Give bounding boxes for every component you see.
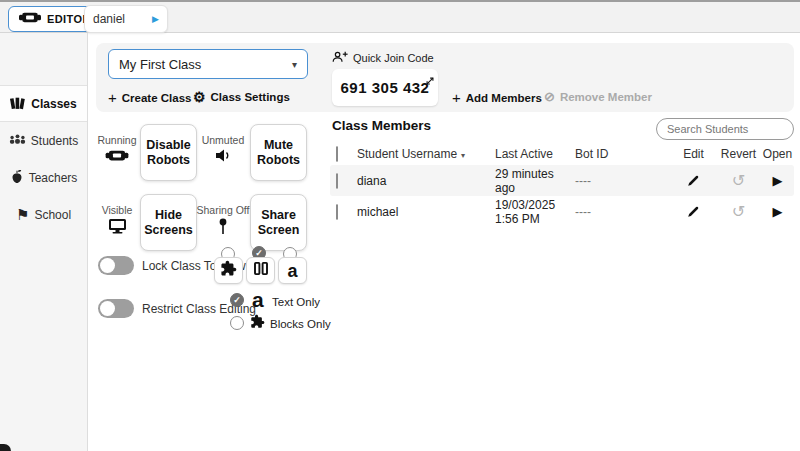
plus-icon: + bbox=[452, 89, 461, 106]
sidebar: Classes Students Teachers ⚑ School bbox=[0, 33, 88, 451]
cell-last-active: 19/03/2025 1:56 PM bbox=[495, 198, 575, 226]
class-select-value: My First Class bbox=[119, 57, 201, 72]
flag-icon: ⚑ bbox=[16, 207, 29, 222]
revert-icon[interactable]: ↺ bbox=[716, 204, 761, 220]
cell-username: diana bbox=[357, 174, 495, 188]
sidebar-item-label: School bbox=[34, 208, 71, 222]
sidebar-item-classes[interactable]: Classes bbox=[0, 85, 87, 122]
view-mode-blocks-button[interactable] bbox=[214, 257, 243, 284]
sidebar-item-label: Students bbox=[31, 134, 78, 148]
class-panel: My First Class ▾ + Create Class ⚙ Class … bbox=[96, 43, 794, 112]
select-all-checkbox[interactable] bbox=[336, 146, 338, 162]
open-play-icon[interactable]: ▶ bbox=[761, 174, 794, 187]
col-open: Open bbox=[761, 147, 794, 161]
remove-member-button[interactable]: ⊘ Remove Member bbox=[544, 89, 652, 104]
user-tab-label: daniel bbox=[93, 12, 125, 26]
gear-icon: ⚙ bbox=[193, 89, 206, 105]
row-checkbox[interactable] bbox=[336, 173, 338, 189]
monitor-icon bbox=[108, 218, 127, 238]
quick-join-code: 691 305 432 bbox=[341, 79, 430, 96]
table-row[interactable]: diana 29 minutes ago ---- ↺ ▶ bbox=[330, 165, 794, 196]
toggle-knob bbox=[100, 258, 115, 273]
edit-pencil-icon[interactable] bbox=[671, 205, 716, 218]
add-members-button[interactable]: + Add Members bbox=[452, 89, 542, 106]
robot-icon bbox=[19, 10, 41, 28]
run-arrow-icon[interactable]: ▶ bbox=[152, 14, 159, 24]
members-title: Class Members bbox=[332, 118, 431, 133]
columns-icon bbox=[253, 261, 269, 280]
col-username[interactable]: Student Username▾ bbox=[357, 147, 495, 161]
open-play-icon[interactable]: ▶ bbox=[761, 205, 794, 218]
text-only-label: Text Only bbox=[272, 296, 320, 308]
text-a-icon: a bbox=[287, 262, 297, 280]
restrict-editing-toggle[interactable] bbox=[98, 299, 134, 318]
mute-status: Unmuted bbox=[198, 134, 248, 167]
sort-caret-icon: ▾ bbox=[461, 151, 465, 160]
mute-status-text: Unmuted bbox=[202, 134, 245, 146]
screen-status: Visible bbox=[94, 204, 140, 238]
view-mode-split-button[interactable] bbox=[246, 257, 275, 284]
blocks-only-radio[interactable] bbox=[230, 316, 244, 330]
quick-join-text: Quick Join Code bbox=[353, 52, 434, 64]
text-a-icon: a bbox=[252, 289, 264, 310]
col-last-active: Last Active bbox=[495, 147, 575, 161]
person-add-icon bbox=[332, 51, 348, 65]
remove-member-label: Remove Member bbox=[560, 91, 652, 103]
chevron-down-icon: ▾ bbox=[292, 59, 297, 70]
revert-icon[interactable]: ↺ bbox=[716, 173, 761, 189]
sidebar-item-school[interactable]: ⚑ School bbox=[0, 196, 87, 233]
sharing-status-text: Sharing Off bbox=[197, 204, 250, 216]
quick-join-label: Quick Join Code bbox=[332, 51, 434, 65]
edit-pencil-icon[interactable] bbox=[671, 174, 716, 187]
hide-screens-button[interactable]: Hide Screens bbox=[140, 194, 197, 251]
disable-robots-button[interactable]: Disable Robots bbox=[140, 124, 197, 181]
puzzle-icon bbox=[250, 314, 265, 333]
top-bar: EDITOR daniel ▶ bbox=[0, 0, 800, 33]
plus-icon: + bbox=[108, 89, 117, 106]
books-icon bbox=[10, 95, 26, 113]
sharing-status: Sharing Off bbox=[196, 204, 250, 239]
toggle-knob bbox=[100, 301, 115, 316]
table-header-row: Student Username▾ Last Active Bot ID Edi… bbox=[330, 143, 794, 165]
speaker-icon bbox=[215, 148, 232, 167]
members-table: Student Username▾ Last Active Bot ID Edi… bbox=[330, 143, 794, 227]
col-edit: Edit bbox=[671, 147, 716, 161]
sidebar-item-students[interactable]: Students bbox=[0, 122, 87, 159]
check-icon: ✓ bbox=[233, 295, 241, 305]
mute-robots-button[interactable]: Mute Robots bbox=[250, 124, 307, 181]
view-mode-text-button[interactable]: a bbox=[278, 257, 307, 284]
class-select[interactable]: My First Class ▾ bbox=[108, 49, 308, 79]
sidebar-item-teachers[interactable]: Teachers bbox=[0, 159, 87, 196]
pin-icon bbox=[219, 218, 227, 239]
expand-icon[interactable] bbox=[425, 72, 435, 90]
lock-class-toggle[interactable] bbox=[98, 256, 134, 275]
cell-bot-id: ---- bbox=[575, 174, 671, 188]
cell-username: michael bbox=[357, 205, 495, 219]
robot-status-text: Running bbox=[97, 134, 136, 146]
col-bot-id: Bot ID bbox=[575, 147, 671, 161]
apple-icon bbox=[10, 169, 24, 187]
create-class-button[interactable]: + Create Class bbox=[108, 89, 191, 106]
user-tab[interactable]: daniel ▶ bbox=[84, 5, 168, 33]
table-row[interactable]: michael 19/03/2025 1:56 PM ---- ↺ ▶ bbox=[330, 196, 794, 227]
class-settings-button[interactable]: ⚙ Class Settings bbox=[193, 89, 290, 105]
search-input[interactable] bbox=[656, 118, 794, 140]
robot-icon bbox=[105, 148, 129, 166]
cell-bot-id: ---- bbox=[575, 205, 671, 219]
quick-join-code-card[interactable]: 691 305 432 bbox=[332, 69, 438, 106]
screen-status-text: Visible bbox=[102, 204, 133, 216]
sidebar-item-label: Teachers bbox=[29, 171, 78, 185]
robot-status: Running bbox=[94, 134, 140, 166]
text-only-radio[interactable]: ✓ bbox=[230, 293, 244, 307]
add-members-label: Add Members bbox=[466, 92, 542, 104]
blocks-only-label: Blocks Only bbox=[270, 318, 331, 330]
class-settings-label: Class Settings bbox=[211, 91, 290, 103]
row-checkbox[interactable] bbox=[336, 204, 338, 220]
col-revert: Revert bbox=[716, 147, 761, 161]
puzzle-icon bbox=[220, 260, 237, 281]
create-class-label: Create Class bbox=[122, 92, 192, 104]
students-icon bbox=[9, 133, 26, 148]
sidebar-item-label: Classes bbox=[31, 97, 76, 111]
no-entry-icon: ⊘ bbox=[544, 89, 555, 104]
share-screen-button[interactable]: Share Screen bbox=[250, 194, 307, 251]
